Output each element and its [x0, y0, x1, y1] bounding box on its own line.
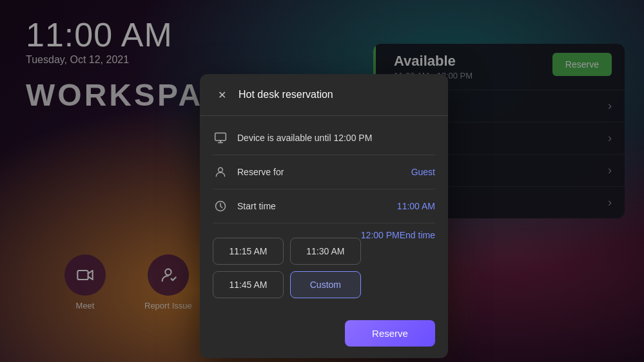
modal-title: Hot desk reservation [239, 89, 333, 100]
reserve-for-label: Reserve for [237, 167, 402, 177]
modal-footer: Reserve [200, 314, 448, 358]
time-option-1115[interactable]: 11:15 AM [213, 238, 284, 265]
svg-rect-2 [215, 133, 226, 141]
time-option-custom[interactable]: Custom [290, 271, 361, 298]
start-time-value: 11:00 AM [397, 201, 435, 211]
reserve-for-value: Guest [411, 167, 435, 177]
modal-body: Device is available until 12:00 PM Reser… [200, 116, 448, 314]
reservation-modal: ✕ Hot desk reservation Device is availab… [200, 74, 448, 358]
time-option-1130[interactable]: 11:30 AM [290, 238, 361, 265]
person-icon [213, 164, 228, 180]
time-options-grid: 11:15 AM 11:30 AM 11:45 AM Custom [213, 238, 361, 298]
monitor-icon [213, 130, 228, 146]
reserve-for-row: Reserve for Guest [200, 155, 448, 189]
device-availability-row: Device is available until 12:00 PM [200, 121, 448, 155]
end-time-section: End time 12:00 PM 11:15 AM 11:30 AM 11:4… [200, 224, 448, 309]
modal-close-button[interactable]: ✕ [213, 86, 231, 104]
end-time-value: 12:00 PM [361, 230, 400, 240]
end-time-text: End time [400, 230, 435, 240]
modal-header: ✕ Hot desk reservation [200, 74, 448, 116]
modal-reserve-button[interactable]: Reserve [345, 320, 435, 347]
start-time-row: Start time 11:00 AM [200, 189, 448, 223]
svg-point-3 [219, 167, 223, 172]
device-label: Device is available until 12:00 PM [237, 133, 435, 143]
start-time-label: Start time [237, 201, 388, 211]
clock-icon [213, 198, 228, 214]
time-option-1145[interactable]: 11:45 AM [213, 271, 284, 298]
